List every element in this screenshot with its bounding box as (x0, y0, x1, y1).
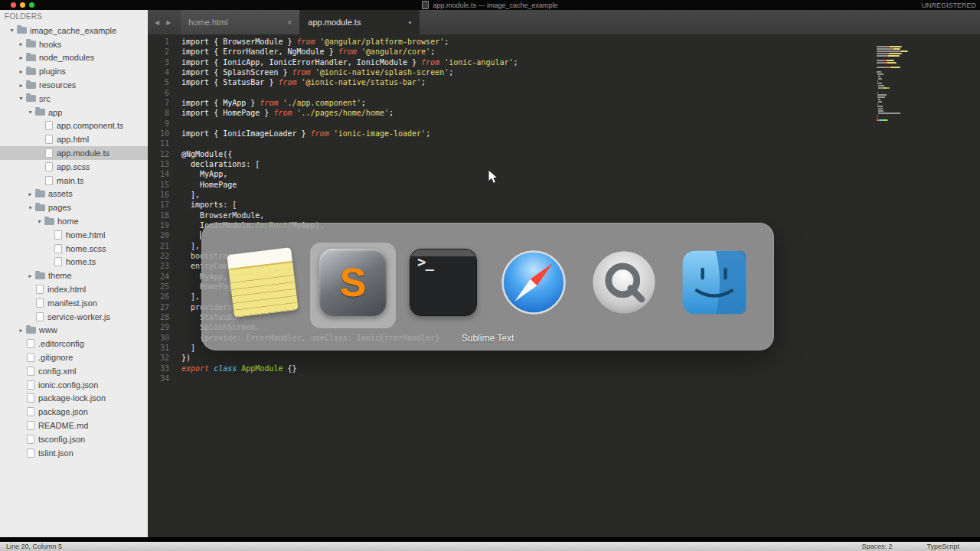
sidebar-item-app[interactable]: ▾app (0, 106, 148, 119)
sidebar-item-gitignore[interactable]: .gitignore (0, 350, 148, 364)
minimap-line (877, 119, 923, 121)
sublime-text-app-icon[interactable]: S (318, 247, 388, 318)
sidebar-item-app-component-ts[interactable]: app.component.ts (0, 119, 148, 133)
tab-label: app.module.ts (308, 18, 403, 27)
file-icon (27, 435, 34, 444)
line-number: 7 (148, 98, 169, 108)
chevron-down-icon[interactable]: ▾ (35, 218, 44, 225)
code-text: import { MyApp } from './app.component'; (181, 98, 366, 108)
sidebar-item-service-worker-js[interactable]: service-worker.js (0, 310, 148, 324)
minimap-line (877, 69, 923, 70)
chevron-right-icon[interactable]: ▸ (17, 327, 25, 334)
chevron-right-icon[interactable]: ▸ (17, 54, 25, 61)
sidebar-item-label: plugins (39, 67, 66, 76)
sidebar-item-image-cache-example[interactable]: ▾image_cache_example (0, 24, 148, 37)
sidebar-item-pages[interactable]: ▾pages (0, 201, 148, 214)
sidebar-item-package-lock-json[interactable]: package-lock.json (0, 392, 148, 406)
sublime-box-graphic: S (319, 249, 387, 316)
sidebar-item-app-module-ts[interactable]: app.module.ts (0, 146, 148, 160)
sidebar-item-config-xml[interactable]: config.xml (0, 364, 148, 378)
minimap-line (877, 62, 923, 64)
code-line-12: 12@NgModule({ (148, 149, 980, 159)
sidebar-item-label: ionic.config.json (38, 380, 98, 390)
sidebar-item-app-html[interactable]: app.html (0, 132, 148, 146)
line-number: 15 (148, 180, 169, 190)
line-number: 10 (148, 129, 169, 139)
file-icon (27, 448, 34, 458)
sidebar-item-home[interactable]: ▾home (0, 214, 148, 228)
chevron-down-icon[interactable]: ▾ (26, 109, 34, 116)
chevron-down-icon[interactable]: ▾ (26, 204, 34, 211)
sidebar-item-assets[interactable]: ▸assets (0, 187, 148, 201)
code-text: import { BrowserModule } from '@angular/… (181, 37, 449, 47)
tab-app-module-ts[interactable]: app.module.ts• (300, 10, 420, 34)
notepad-graphic (227, 247, 298, 318)
chevron-down-icon[interactable]: ▾ (17, 95, 25, 102)
line-number: 29 (148, 322, 169, 332)
tab-home-html[interactable]: home.html× (181, 10, 300, 34)
chevron-down-icon[interactable]: ▾ (8, 27, 16, 34)
sidebar-item-ionic-config-json[interactable]: ionic.config.json (0, 378, 148, 392)
sidebar-item-home-html[interactable]: home.html (0, 228, 148, 242)
line-number: 33 (148, 364, 169, 373)
sidebar-item-tslint-json[interactable]: tslint.json (0, 446, 148, 460)
code-text: BrowserModule, (181, 210, 264, 220)
sidebar-item-resources[interactable]: ▸resources (0, 78, 148, 92)
code-text: MyApp, (181, 169, 227, 179)
finder-app-icon[interactable] (679, 247, 750, 318)
sidebar-item-tsconfig-json[interactable]: tsconfig.json (0, 432, 148, 446)
sidebar-item-hooks[interactable]: ▸hooks (0, 37, 148, 51)
finder-face-graphic (681, 249, 748, 316)
sidebar-item-manifest-json[interactable]: manifest.json (0, 296, 148, 310)
sidebar-item-www[interactable]: ▸www (0, 324, 148, 337)
minimap-line (877, 55, 923, 57)
line-number: 4 (148, 67, 169, 77)
tab-modified-dot-icon[interactable]: • (408, 18, 411, 27)
minimap[interactable] (877, 46, 923, 124)
safari-app-icon[interactable] (498, 247, 569, 318)
file-icon (36, 312, 44, 321)
sidebar-item-label: www (39, 325, 57, 334)
indent-status[interactable]: Spaces: 2 (861, 543, 892, 550)
sidebar-item-main-ts[interactable]: main.ts (0, 174, 148, 187)
chevron-right-icon[interactable]: ▸ (17, 41, 25, 47)
sidebar-item-src[interactable]: ▾src (0, 92, 148, 106)
file-icon (27, 380, 34, 390)
code-text: import { ErrorHandler, NgModule } from '… (181, 47, 435, 57)
sidebar-item-node-modules[interactable]: ▸node_modules (0, 51, 148, 65)
sidebar-item-home-scss[interactable]: home.scss (0, 242, 148, 256)
chevron-right-icon[interactable]: ▸ (17, 82, 25, 89)
sidebar-item-plugins[interactable]: ▸plugins (0, 64, 148, 78)
minimap-line (877, 115, 923, 116)
notes-app-icon[interactable] (227, 247, 298, 318)
terminal-app-icon[interactable]: >_ (408, 247, 479, 318)
minimap-line (877, 83, 923, 84)
sidebar-item-package-json[interactable]: package.json (0, 405, 148, 419)
sidebar-item-app-scss[interactable]: app.scss (0, 160, 148, 174)
chevron-right-icon[interactable]: ▸ (26, 272, 34, 279)
line-number: 3 (148, 57, 169, 67)
tab-close-icon[interactable]: × (287, 18, 292, 27)
tab-scroll-left-button[interactable]: ◀ (155, 19, 159, 26)
syntax-status[interactable]: TypeScript (926, 543, 959, 550)
line-number: 2 (148, 47, 169, 57)
code-text: import { StatusBar } from '@ionic-native… (181, 77, 426, 87)
sidebar-item-label: app.module.ts (57, 148, 109, 158)
chevron-right-icon[interactable]: ▸ (17, 68, 25, 75)
folder-icon (44, 218, 54, 225)
code-text: imports: [ (181, 200, 237, 210)
sidebar-item-label: home (57, 217, 79, 226)
sidebar-item-editorconfig[interactable]: .editorconfig (0, 337, 148, 350)
minimap-line (877, 53, 923, 54)
window-title: app.module.ts — image_cache_example (433, 2, 557, 9)
quicktime-app-icon[interactable] (589, 247, 659, 318)
sidebar-item-index-html[interactable]: index.html (0, 282, 148, 296)
code-line-33: 33export class AppModule {} (148, 364, 980, 373)
code-text (181, 230, 201, 240)
sidebar-item-home-ts[interactable]: home.ts (0, 256, 148, 269)
chevron-right-icon[interactable]: ▸ (26, 191, 34, 197)
file-icon (36, 298, 44, 308)
tab-scroll-right-button[interactable]: ▶ (166, 19, 171, 26)
sidebar-item-readme-md[interactable]: README.md (0, 419, 148, 432)
sidebar-item-theme[interactable]: ▸theme (0, 269, 148, 282)
